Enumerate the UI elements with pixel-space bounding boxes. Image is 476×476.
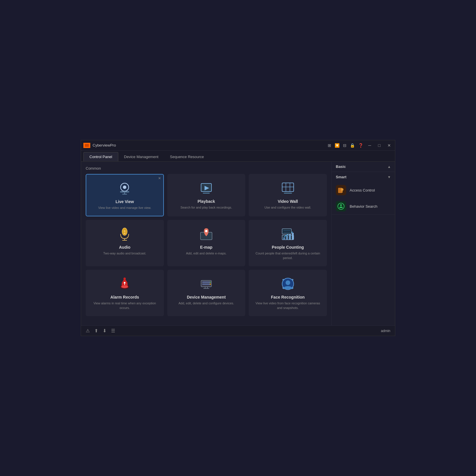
card-close-icon[interactable]: ✕ xyxy=(158,176,161,180)
card-alarm-records[interactable]: Alarm Records View alarms in real time w… xyxy=(86,270,164,316)
access-control-label: Access Control xyxy=(350,188,375,192)
svg-point-58 xyxy=(341,188,343,191)
people-counting-title: People Counting xyxy=(272,245,304,250)
card-people-counting[interactable]: People Counting Count people that entere… xyxy=(249,220,327,266)
emap-title: E-map xyxy=(200,245,213,250)
svg-point-16 xyxy=(124,230,125,232)
alert-status-icon[interactable]: ⚠ xyxy=(86,328,90,333)
svg-rect-60 xyxy=(342,192,343,192)
tab-device-management[interactable]: Device Management xyxy=(118,152,164,161)
card-device-management[interactable]: Device Management Add, edit, delete and … xyxy=(167,270,246,316)
svg-point-61 xyxy=(338,203,344,209)
live-view-desc: View live video and manage live view. xyxy=(98,206,151,210)
svg-point-62 xyxy=(340,204,342,206)
emap-icon xyxy=(198,226,214,242)
svg-point-1 xyxy=(123,185,126,189)
smart-chevron-icon: ▼ xyxy=(387,175,391,179)
audio-desc: Two-way audio and broadcast. xyxy=(103,251,146,256)
right-sidebar: Basic ▲ Smart ▼ xyxy=(331,162,395,325)
face-recognition-desc: View live video from face recognition ca… xyxy=(254,301,322,310)
video-wall-title: Video Wall xyxy=(278,199,298,204)
sidebar-section-smart: Smart ▼ Access Control xyxy=(332,172,395,215)
svg-point-29 xyxy=(123,278,126,280)
title-bar: CyberviewPro ⊞ 🔽 ⊟ 🔒 ❓ ─ □ ✕ xyxy=(81,140,395,151)
alarm-records-desc: View alarms in real time when any except… xyxy=(91,301,159,310)
upload-status-icon[interactable]: ⬆ xyxy=(94,328,98,333)
device-management-title: Device Management xyxy=(187,295,226,299)
sidebar-header-basic[interactable]: Basic ▲ xyxy=(332,162,395,172)
maximize-button[interactable]: □ xyxy=(376,143,382,148)
alarm-records-icon xyxy=(117,276,133,292)
status-bar: ⚠ ⬆ ⬇ ☰ admin xyxy=(81,325,395,336)
app-window: CyberviewPro ⊞ 🔽 ⊟ 🔒 ❓ ─ □ ✕ Control Pan… xyxy=(81,140,395,336)
lock-icon[interactable]: 🔒 xyxy=(350,143,355,148)
card-video-wall[interactable]: Video Wall Use and configure the video w… xyxy=(249,174,327,216)
svg-rect-37 xyxy=(202,284,210,285)
svg-point-19 xyxy=(205,230,207,232)
behavior-search-icon xyxy=(336,201,346,211)
tab-sequence-resource[interactable]: Sequence Resource xyxy=(164,152,210,161)
people-counting-icon xyxy=(280,226,296,242)
svg-point-44 xyxy=(286,280,290,285)
video-wall-icon xyxy=(280,180,296,196)
card-emap[interactable]: E-map Add, edit and delete e-maps. xyxy=(167,220,246,266)
live-view-icon xyxy=(117,180,133,196)
svg-rect-25 xyxy=(282,229,291,234)
tab-bar: Control Panel Device Management Sequence… xyxy=(81,151,395,162)
playback-icon xyxy=(198,180,214,196)
device-management-desc: Add, edit, delete and configure devices. xyxy=(179,301,234,306)
app-name: CyberviewPro xyxy=(93,143,116,147)
sidebar-basic-label: Basic xyxy=(336,164,346,169)
svg-point-38 xyxy=(210,282,211,283)
status-user: admin xyxy=(381,329,390,333)
minimize-button[interactable]: ─ xyxy=(367,143,373,148)
svg-rect-21 xyxy=(283,237,285,240)
svg-rect-12 xyxy=(284,193,292,194)
layout-icon[interactable]: ⊟ xyxy=(343,143,346,148)
grid-view-icon[interactable]: ⊞ xyxy=(328,143,331,148)
list-status-icon[interactable]: ☰ xyxy=(111,328,115,333)
face-recognition-icon xyxy=(280,276,296,292)
download-status-icon[interactable]: ⬇ xyxy=(103,328,106,333)
sidebar-smart-label: Smart xyxy=(336,175,346,179)
close-button[interactable]: ✕ xyxy=(386,143,393,148)
alarm-records-title: Alarm Records xyxy=(110,295,139,299)
sidebar-item-behavior-search[interactable]: Behavior Search xyxy=(332,198,395,214)
center-panel: Common ✕ Live View Vi xyxy=(81,162,331,325)
sidebar-item-access-control[interactable]: Access Control xyxy=(332,182,395,198)
filter-icon[interactable]: 🔽 xyxy=(335,143,340,148)
card-playback[interactable]: Playback Search for and play back record… xyxy=(167,174,246,216)
face-recognition-title: Face Recognition xyxy=(271,295,305,299)
live-view-title: Live View xyxy=(116,199,134,204)
svg-rect-24 xyxy=(292,233,294,240)
video-wall-desc: Use and configure the video wall. xyxy=(265,205,311,210)
main-content: Common ✕ Live View Vi xyxy=(81,162,395,325)
svg-point-17 xyxy=(124,233,125,234)
people-counting-desc: Count people that entered/left during a … xyxy=(254,251,322,260)
status-icons: ⚠ ⬆ ⬇ ☰ xyxy=(86,328,115,333)
card-audio[interactable]: Audio Two-way audio and broadcast. xyxy=(86,220,164,266)
title-bar-right: ⊞ 🔽 ⊟ 🔒 ❓ ─ □ ✕ xyxy=(328,143,393,148)
basic-chevron-icon: ▲ xyxy=(387,165,391,169)
svg-rect-23 xyxy=(289,234,291,240)
sidebar-header-smart[interactable]: Smart ▼ xyxy=(332,172,395,182)
device-management-icon xyxy=(198,276,214,292)
help-icon[interactable]: ❓ xyxy=(358,143,363,148)
playback-title: Playback xyxy=(198,199,215,204)
cards-grid: ✕ Live View View live video and manage l… xyxy=(86,174,327,316)
svg-rect-7 xyxy=(203,193,210,194)
svg-rect-8 xyxy=(282,183,294,192)
audio-title: Audio xyxy=(119,245,131,250)
tab-control-panel[interactable]: Control Panel xyxy=(83,152,118,161)
playback-desc: Search for and play back recordings. xyxy=(180,205,232,210)
svg-rect-22 xyxy=(286,236,288,240)
card-face-recognition[interactable]: Face Recognition View live video from fa… xyxy=(249,270,327,316)
card-live-view[interactable]: ✕ Live View View live video and manage l… xyxy=(86,174,164,216)
common-section-label: Common xyxy=(86,166,327,170)
sidebar-section-basic: Basic ▲ xyxy=(332,162,395,172)
behavior-search-label: Behavior Search xyxy=(350,204,377,209)
access-control-icon xyxy=(336,185,346,195)
emap-desc: Add, edit and delete e-maps. xyxy=(186,251,227,256)
title-bar-left: CyberviewPro xyxy=(83,143,116,148)
svg-rect-2 xyxy=(120,191,129,192)
